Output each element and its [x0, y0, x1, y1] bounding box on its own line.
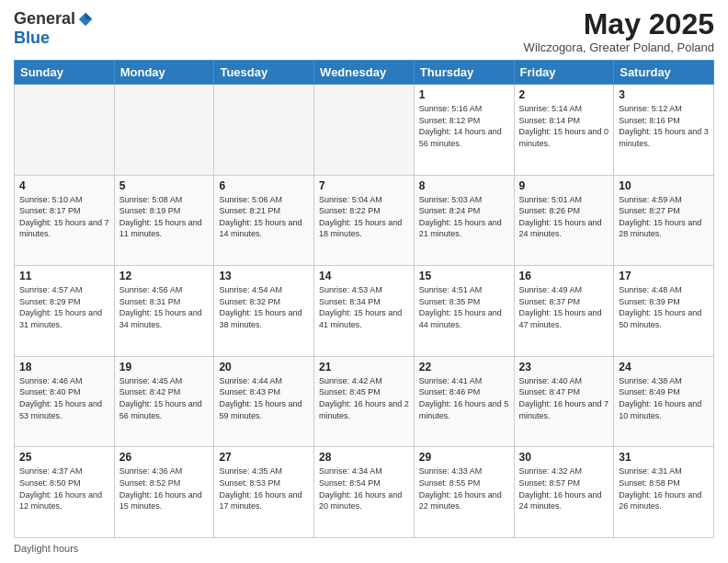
calendar-cell: 20Sunrise: 4:44 AM Sunset: 8:43 PM Dayli…	[214, 356, 314, 447]
day-info: Sunrise: 4:56 AM Sunset: 8:31 PM Dayligh…	[119, 284, 210, 330]
calendar-cell: 29Sunrise: 4:33 AM Sunset: 8:55 PM Dayli…	[414, 447, 514, 538]
day-number: 17	[619, 270, 709, 282]
day-number: 14	[319, 270, 409, 282]
day-number: 22	[419, 361, 509, 373]
day-number: 18	[19, 361, 109, 373]
month-title: May 2025	[524, 9, 714, 39]
day-info: Sunrise: 4:59 AM Sunset: 8:27 PM Dayligh…	[619, 194, 709, 240]
footer: Daylight hours	[14, 543, 714, 554]
day-number: 24	[619, 361, 709, 373]
calendar-week-4: 18Sunrise: 4:46 AM Sunset: 8:40 PM Dayli…	[15, 356, 714, 447]
day-number: 8	[419, 179, 509, 192]
header-sunday: Sunday	[15, 61, 115, 85]
day-number: 19	[119, 361, 210, 373]
day-info: Sunrise: 4:31 AM Sunset: 8:58 PM Dayligh…	[619, 465, 709, 511]
calendar-cell: 23Sunrise: 4:40 AM Sunset: 8:47 PM Dayli…	[514, 356, 614, 447]
calendar-cell: 28Sunrise: 4:34 AM Sunset: 8:54 PM Dayli…	[314, 447, 415, 538]
day-info: Sunrise: 5:10 AM Sunset: 8:17 PM Dayligh…	[19, 194, 109, 240]
calendar-cell: 25Sunrise: 4:37 AM Sunset: 8:50 PM Dayli…	[15, 447, 115, 538]
day-info: Sunrise: 5:01 AM Sunset: 8:26 PM Dayligh…	[519, 194, 609, 240]
header-wednesday: Wednesday	[314, 61, 415, 85]
calendar-body: 1Sunrise: 5:16 AM Sunset: 8:12 PM Daylig…	[15, 85, 714, 538]
calendar-cell: 21Sunrise: 4:42 AM Sunset: 8:45 PM Dayli…	[314, 356, 415, 447]
calendar-cell	[214, 85, 314, 176]
day-info: Sunrise: 4:33 AM Sunset: 8:55 PM Dayligh…	[419, 465, 509, 511]
day-info: Sunrise: 4:32 AM Sunset: 8:57 PM Dayligh…	[519, 465, 609, 511]
day-number: 9	[519, 179, 609, 192]
calendar-cell: 1Sunrise: 5:16 AM Sunset: 8:12 PM Daylig…	[414, 85, 514, 176]
calendar-cell: 5Sunrise: 5:08 AM Sunset: 8:19 PM Daylig…	[114, 175, 214, 266]
calendar-header-row: Sunday Monday Tuesday Wednesday Thursday…	[15, 61, 714, 85]
day-info: Sunrise: 5:16 AM Sunset: 8:12 PM Dayligh…	[419, 103, 509, 149]
calendar-cell: 19Sunrise: 4:45 AM Sunset: 8:42 PM Dayli…	[114, 356, 214, 447]
logo-icon	[77, 11, 94, 28]
day-info: Sunrise: 5:12 AM Sunset: 8:16 PM Dayligh…	[619, 103, 709, 149]
calendar-cell: 18Sunrise: 4:46 AM Sunset: 8:40 PM Dayli…	[15, 356, 115, 447]
header-thursday: Thursday	[414, 61, 514, 85]
calendar-cell: 27Sunrise: 4:35 AM Sunset: 8:53 PM Dayli…	[214, 447, 314, 538]
title-section: May 2025 Wilczogora, Greater Poland, Pol…	[524, 9, 714, 54]
day-info: Sunrise: 4:46 AM Sunset: 8:40 PM Dayligh…	[19, 375, 109, 421]
day-number: 28	[319, 451, 409, 464]
day-number: 7	[319, 179, 409, 192]
calendar-cell: 26Sunrise: 4:36 AM Sunset: 8:52 PM Dayli…	[114, 447, 214, 538]
day-info: Sunrise: 4:44 AM Sunset: 8:43 PM Dayligh…	[219, 375, 309, 421]
day-number: 15	[419, 270, 509, 282]
day-info: Sunrise: 4:34 AM Sunset: 8:54 PM Dayligh…	[319, 465, 409, 511]
header: General Blue May 2025 Wilczogora, Greate…	[14, 9, 714, 54]
calendar-cell	[15, 85, 115, 176]
day-info: Sunrise: 4:35 AM Sunset: 8:53 PM Dayligh…	[219, 465, 309, 511]
logo-general: General	[14, 9, 75, 29]
day-info: Sunrise: 4:57 AM Sunset: 8:29 PM Dayligh…	[19, 284, 109, 330]
day-info: Sunrise: 4:49 AM Sunset: 8:37 PM Dayligh…	[519, 284, 609, 330]
calendar-week-3: 11Sunrise: 4:57 AM Sunset: 8:29 PM Dayli…	[15, 266, 714, 357]
calendar-week-2: 4Sunrise: 5:10 AM Sunset: 8:17 PM Daylig…	[15, 175, 714, 266]
calendar-cell: 7Sunrise: 5:04 AM Sunset: 8:22 PM Daylig…	[314, 175, 415, 266]
calendar-cell: 16Sunrise: 4:49 AM Sunset: 8:37 PM Dayli…	[514, 266, 614, 357]
day-info: Sunrise: 5:08 AM Sunset: 8:19 PM Dayligh…	[119, 194, 210, 240]
logo: General Blue	[14, 9, 94, 48]
day-number: 13	[219, 270, 309, 282]
subtitle: Wilczogora, Greater Poland, Poland	[524, 40, 714, 54]
calendar-cell	[114, 85, 214, 176]
day-number: 3	[619, 88, 709, 101]
day-info: Sunrise: 4:42 AM Sunset: 8:45 PM Dayligh…	[319, 375, 409, 421]
day-number: 29	[419, 451, 509, 464]
calendar: Sunday Monday Tuesday Wednesday Thursday…	[14, 60, 714, 538]
day-info: Sunrise: 4:51 AM Sunset: 8:35 PM Dayligh…	[419, 284, 509, 330]
calendar-cell	[314, 85, 415, 176]
header-monday: Monday	[114, 61, 214, 85]
calendar-week-5: 25Sunrise: 4:37 AM Sunset: 8:50 PM Dayli…	[15, 447, 714, 538]
day-number: 25	[19, 451, 109, 464]
calendar-cell: 24Sunrise: 4:38 AM Sunset: 8:49 PM Dayli…	[614, 356, 714, 447]
day-number: 23	[519, 361, 609, 373]
calendar-cell: 17Sunrise: 4:48 AM Sunset: 8:39 PM Dayli…	[614, 266, 714, 357]
calendar-cell: 4Sunrise: 5:10 AM Sunset: 8:17 PM Daylig…	[15, 175, 115, 266]
calendar-cell: 12Sunrise: 4:56 AM Sunset: 8:31 PM Dayli…	[114, 266, 214, 357]
day-info: Sunrise: 5:04 AM Sunset: 8:22 PM Dayligh…	[319, 194, 409, 240]
day-info: Sunrise: 5:14 AM Sunset: 8:14 PM Dayligh…	[519, 103, 609, 149]
day-info: Sunrise: 4:41 AM Sunset: 8:46 PM Dayligh…	[419, 375, 509, 421]
calendar-cell: 14Sunrise: 4:53 AM Sunset: 8:34 PM Dayli…	[314, 266, 415, 357]
calendar-cell: 30Sunrise: 4:32 AM Sunset: 8:57 PM Dayli…	[514, 447, 614, 538]
calendar-cell: 2Sunrise: 5:14 AM Sunset: 8:14 PM Daylig…	[514, 85, 614, 176]
day-number: 10	[619, 179, 709, 192]
day-number: 31	[619, 451, 709, 464]
day-number: 30	[519, 451, 609, 464]
header-tuesday: Tuesday	[214, 61, 314, 85]
day-number: 6	[219, 179, 309, 192]
day-info: Sunrise: 4:53 AM Sunset: 8:34 PM Dayligh…	[319, 284, 409, 330]
day-number: 26	[119, 451, 210, 464]
day-info: Sunrise: 4:38 AM Sunset: 8:49 PM Dayligh…	[619, 375, 709, 421]
day-number: 12	[119, 270, 210, 282]
footer-label: Daylight hours	[14, 543, 78, 554]
day-number: 27	[219, 451, 309, 464]
calendar-cell: 13Sunrise: 4:54 AM Sunset: 8:32 PM Dayli…	[214, 266, 314, 357]
calendar-cell: 22Sunrise: 4:41 AM Sunset: 8:46 PM Dayli…	[414, 356, 514, 447]
day-number: 1	[419, 88, 509, 101]
day-number: 5	[119, 179, 210, 192]
calendar-cell: 8Sunrise: 5:03 AM Sunset: 8:24 PM Daylig…	[414, 175, 514, 266]
calendar-week-1: 1Sunrise: 5:16 AM Sunset: 8:12 PM Daylig…	[15, 85, 714, 176]
header-saturday: Saturday	[614, 61, 714, 85]
day-number: 2	[519, 88, 609, 101]
